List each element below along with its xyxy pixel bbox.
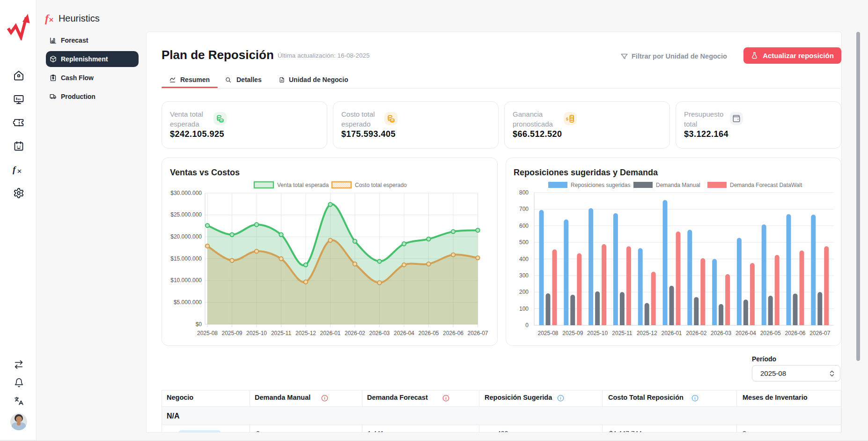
svg-text:2025-11: 2025-11 [612, 330, 632, 336]
svg-text:2025-08: 2025-08 [537, 330, 558, 336]
svg-text:Ventas vs Costos: Ventas vs Costos [170, 168, 240, 177]
svg-text:2025-08: 2025-08 [197, 330, 218, 336]
svg-text:500: 500 [519, 239, 529, 246]
svg-text:100: 100 [519, 306, 529, 312]
svg-text:2026-07: 2026-07 [809, 330, 830, 336]
svg-text:Demanda Manual: Demanda Manual [656, 182, 700, 188]
svg-text:2026-03: 2026-03 [711, 330, 731, 336]
svg-text:$30.000.000: $30.000.000 [170, 190, 202, 196]
svg-text:2025-12: 2025-12 [637, 330, 657, 336]
svg-text:f: f [13, 164, 16, 174]
svg-text:2025-09: 2025-09 [562, 330, 583, 336]
svg-text:$10.000.000: $10.000.000 [170, 277, 202, 284]
svg-text:2026-06: 2026-06 [785, 330, 805, 336]
svg-text:$0: $0 [196, 321, 202, 328]
svg-text:200: 200 [519, 289, 529, 295]
svg-text:2026-05: 2026-05 [418, 330, 439, 336]
svg-text:2025-10: 2025-10 [246, 330, 267, 336]
svg-text:2026-01: 2026-01 [661, 330, 682, 336]
svg-text:Reposiciones sugeridas y Deman: Reposiciones sugeridas y Demanda [514, 168, 658, 177]
svg-text:2026-06: 2026-06 [443, 330, 463, 336]
svg-text:2026-07: 2026-07 [467, 330, 488, 336]
svg-text:2026-03: 2026-03 [369, 330, 390, 336]
svg-text:600: 600 [519, 223, 529, 229]
svg-text:Reposiciones sugeridas: Reposiciones sugeridas [571, 182, 630, 188]
svg-text:$15.000.000: $15.000.000 [170, 255, 202, 262]
svg-text:2026-04: 2026-04 [394, 330, 414, 336]
svg-text:2026-05: 2026-05 [760, 330, 781, 336]
svg-text:2026-02: 2026-02 [686, 330, 706, 336]
svg-text:400: 400 [519, 256, 529, 262]
svg-text:2026-02: 2026-02 [345, 330, 365, 336]
svg-text:$20.000.000: $20.000.000 [170, 233, 202, 240]
svg-text:300: 300 [519, 272, 529, 279]
svg-text:2025-10: 2025-10 [587, 330, 608, 336]
svg-text:2025-09: 2025-09 [221, 330, 242, 336]
svg-text:Demanda Forecast DataWalt: Demanda Forecast DataWalt [730, 182, 802, 188]
svg-text:800: 800 [519, 189, 529, 196]
svg-text:2026-01: 2026-01 [320, 330, 340, 336]
svg-text:Venta total esperada: Venta total esperada [277, 182, 329, 188]
svg-text:Costo total esperado: Costo total esperado [355, 182, 407, 188]
svg-text:2025-11: 2025-11 [271, 330, 291, 336]
svg-text:$25.000.000: $25.000.000 [170, 211, 202, 218]
svg-text:$5.000.000: $5.000.000 [174, 299, 202, 306]
svg-text:$: $ [566, 116, 568, 121]
svg-text:✕: ✕ [17, 168, 22, 175]
svg-text:2026-04: 2026-04 [736, 330, 756, 336]
svg-text:700: 700 [519, 206, 529, 212]
svg-text:0: 0 [525, 322, 529, 329]
svg-text:2025-12: 2025-12 [295, 330, 316, 336]
